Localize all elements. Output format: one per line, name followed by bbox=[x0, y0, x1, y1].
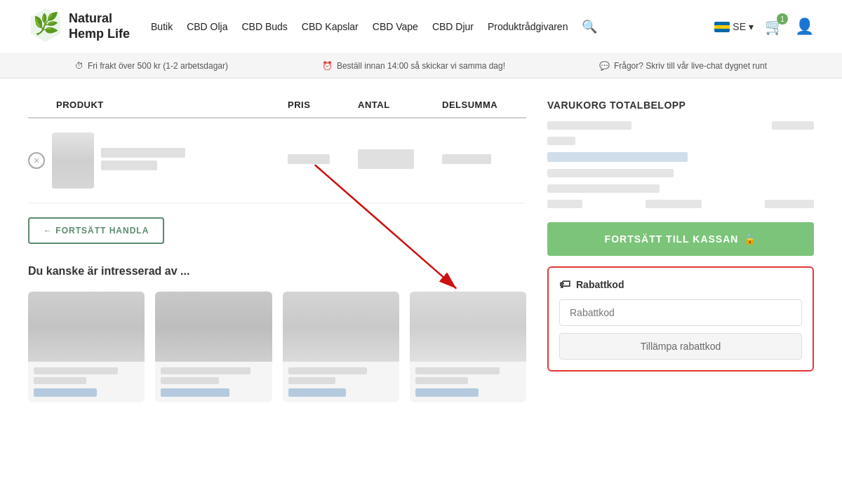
order-time-text: Beställ innan 14:00 så skickar vi samma … bbox=[337, 61, 505, 71]
summary-title: VARUKORG TOTALBELOPP bbox=[547, 100, 814, 111]
nav-cbd-kapslar[interactable]: CBD Kapslar bbox=[302, 21, 359, 32]
discount-box: 🏷 Rabattkod Tillämpa rabattkod bbox=[547, 266, 814, 372]
cart-button[interactable]: 🛒 1 bbox=[765, 18, 784, 36]
suggestion-price-blur bbox=[415, 377, 468, 384]
logo-text: Natural Hemp Life bbox=[69, 11, 130, 41]
list-item[interactable] bbox=[283, 292, 399, 402]
suggestion-thumb-1 bbox=[28, 292, 145, 362]
summary-label-blur bbox=[547, 169, 674, 177]
remove-item-button[interactable]: × bbox=[28, 152, 45, 169]
cart-badge: 1 bbox=[777, 13, 788, 25]
suggestions-title: Du kanske är intresserad av ... bbox=[28, 265, 526, 278]
summary-value-blur bbox=[646, 200, 702, 208]
price-blur bbox=[288, 154, 330, 164]
col-subtotal: DELSUMMA bbox=[442, 100, 526, 110]
chat-info: 💬 Frågor? Skriv till vår live-chat dygne… bbox=[599, 61, 767, 71]
cart-table-header: PRODUKT PRIS ANTAL DELSUMMA bbox=[28, 100, 526, 118]
order-summary: VARUKORG TOTALBELOPP bbox=[547, 100, 814, 402]
header: 🌿 Natural Hemp Life Butik CBD Olja CBD B… bbox=[0, 0, 842, 54]
svg-text:🌿: 🌿 bbox=[33, 11, 60, 36]
continue-shopping-button[interactable]: ← FORTSÄTT HANDLA bbox=[28, 217, 164, 244]
product-variant-blur bbox=[101, 161, 157, 170]
summary-row-4 bbox=[547, 169, 814, 177]
col-product: PRODUKT bbox=[56, 100, 288, 110]
clock-icon: ⏱ bbox=[75, 61, 83, 71]
col-price: PRIS bbox=[288, 100, 358, 110]
table-row: × bbox=[28, 118, 526, 203]
suggestion-btn-blur bbox=[288, 388, 347, 397]
suggestion-price-blur bbox=[34, 377, 86, 384]
shipping-text: Fri frakt över 500 kr (1-2 arbetsdagar) bbox=[88, 61, 228, 71]
nav-cbd-buds[interactable]: CBD Buds bbox=[242, 21, 288, 32]
suggestion-info-2 bbox=[155, 362, 272, 402]
col-quantity: ANTAL bbox=[358, 100, 442, 110]
shipping-info: ⏱ Fri frakt över 500 kr (1-2 arbetsdagar… bbox=[75, 61, 228, 71]
account-icon[interactable]: 👤 bbox=[795, 18, 814, 36]
product-details bbox=[101, 148, 185, 173]
item-subtotal bbox=[442, 154, 526, 167]
suggestion-info-4 bbox=[410, 362, 526, 402]
discount-header: 🏷 Rabattkod bbox=[559, 278, 802, 291]
nav-produktradgivaren[interactable]: Produktrådgivaren bbox=[488, 21, 568, 32]
summary-row-6 bbox=[547, 200, 814, 208]
nav-cbd-vape[interactable]: CBD Vape bbox=[373, 21, 418, 32]
header-right: SE ▾ 🛒 1 👤 bbox=[714, 18, 814, 36]
list-item[interactable] bbox=[410, 292, 526, 402]
list-item[interactable] bbox=[28, 292, 145, 402]
flag-icon bbox=[714, 22, 730, 32]
product-thumbnail bbox=[52, 132, 94, 189]
main-nav: Butik CBD Olja CBD Buds CBD Kapslar CBD … bbox=[151, 19, 714, 34]
info-bar: ⏱ Fri frakt över 500 kr (1-2 arbetsdagar… bbox=[0, 54, 842, 79]
chat-icon: 💬 bbox=[599, 61, 610, 71]
discount-input[interactable] bbox=[559, 299, 802, 326]
language-selector[interactable]: SE ▾ bbox=[714, 21, 754, 32]
suggestion-price-blur bbox=[161, 377, 219, 384]
suggestion-btn-blur bbox=[34, 388, 97, 397]
lock-icon: 🔒 bbox=[744, 233, 756, 245]
subtotal-blur bbox=[442, 154, 491, 164]
checkout-button[interactable]: FORTSÄTT TILL KASSAN 🔒 bbox=[547, 222, 814, 256]
suggestions-grid bbox=[28, 292, 526, 402]
timer-icon: ⏰ bbox=[322, 61, 333, 71]
chevron-down-icon: ▾ bbox=[749, 21, 754, 32]
summary-row-2 bbox=[547, 137, 814, 145]
item-price bbox=[288, 154, 358, 167]
apply-discount-button[interactable]: Tillämpa rabattkod bbox=[559, 333, 802, 360]
nav-cbd-olja[interactable]: CBD Olja bbox=[187, 21, 227, 32]
quantity-blur bbox=[358, 149, 414, 169]
checkout-btn-label: FORTSÄTT TILL KASSAN bbox=[605, 233, 739, 245]
summary-row-3 bbox=[547, 152, 814, 162]
nav-cbd-djur[interactable]: CBD Djur bbox=[432, 21, 474, 32]
nav-butik[interactable]: Butik bbox=[151, 21, 173, 32]
suggestion-name-blur bbox=[415, 367, 500, 374]
tag-icon: 🏷 bbox=[559, 278, 570, 291]
suggestion-thumb-2 bbox=[155, 292, 272, 362]
item-quantity bbox=[358, 149, 442, 172]
suggestion-info-1 bbox=[28, 362, 145, 402]
list-item[interactable] bbox=[155, 292, 272, 402]
suggestion-thumb-4 bbox=[410, 292, 526, 362]
summary-blue-blur bbox=[547, 152, 688, 162]
product-name-blur bbox=[101, 148, 185, 158]
summary-row-5 bbox=[547, 184, 814, 193]
logo[interactable]: 🌿 Natural Hemp Life bbox=[28, 6, 130, 48]
lang-code: SE bbox=[733, 21, 746, 32]
summary-label-blur bbox=[547, 121, 632, 130]
suggestion-name-blur bbox=[34, 367, 118, 374]
suggestion-name-blur bbox=[288, 367, 368, 374]
summary-row-1 bbox=[547, 121, 814, 130]
main-content: PRODUKT PRIS ANTAL DELSUMMA × bbox=[0, 79, 842, 423]
summary-label-blur bbox=[547, 184, 660, 193]
cart-section: PRODUKT PRIS ANTAL DELSUMMA × bbox=[28, 100, 526, 402]
search-icon[interactable]: 🔍 bbox=[582, 19, 597, 34]
chat-text: Frågor? Skriv till vår live-chat dygnet … bbox=[614, 61, 767, 71]
suggestion-info-3 bbox=[283, 362, 399, 402]
suggestion-price-blur bbox=[288, 377, 336, 384]
cart-item-product: × bbox=[28, 132, 288, 189]
discount-title: Rabattkod bbox=[576, 279, 624, 290]
summary-value-blur bbox=[772, 121, 814, 130]
suggestion-thumb-3 bbox=[283, 292, 399, 362]
summary-value-blur2 bbox=[765, 200, 814, 208]
suggestion-btn-blur bbox=[161, 388, 229, 397]
summary-label-blur bbox=[547, 137, 575, 145]
